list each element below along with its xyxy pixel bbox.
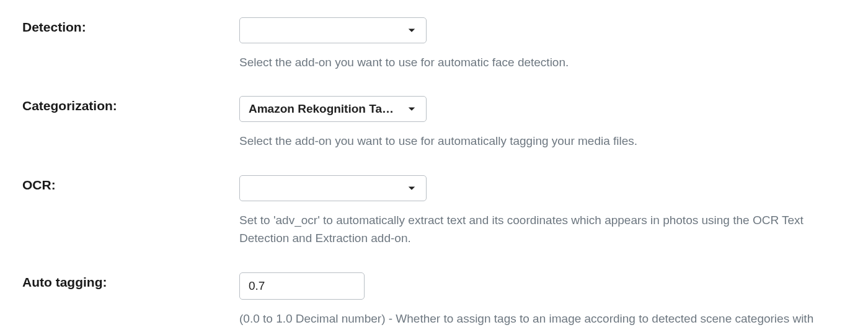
auto-tagging-label: Auto tagging: [22, 275, 107, 289]
auto-tagging-input[interactable] [239, 272, 365, 300]
detection-row: Detection: Select the add-on you want to… [22, 17, 846, 71]
field-col: Set to 'adv_ocr' to automatically extrac… [239, 175, 846, 248]
field-col: Amazon Rekognition Taggi... Select the a… [239, 96, 846, 150]
label-col: Auto tagging: [22, 272, 239, 290]
detection-help: Select the add-on you want to use for au… [239, 53, 816, 71]
label-col: Categorization: [22, 96, 239, 113]
categorization-row: Categorization: Amazon Rekognition Taggi… [22, 96, 846, 150]
auto-tagging-help: (0.0 to 1.0 Decimal number) - Whether to… [239, 310, 816, 330]
ocr-help: Set to 'adv_ocr' to automatically extrac… [239, 211, 816, 248]
chevron-down-icon [406, 183, 417, 194]
detection-label: Detection: [22, 20, 86, 34]
detection-select[interactable] [239, 17, 427, 43]
ocr-select[interactable] [239, 175, 427, 201]
field-col: Select the add-on you want to use for au… [239, 17, 846, 71]
categorization-select-value: Amazon Rekognition Taggi... [249, 102, 417, 116]
ocr-row: OCR: Set to 'adv_ocr' to automatically e… [22, 175, 846, 248]
categorization-select[interactable]: Amazon Rekognition Taggi... [239, 96, 427, 122]
settings-form: Detection: Select the add-on you want to… [0, 0, 868, 330]
categorization-label: Categorization: [22, 98, 117, 113]
label-col: Detection: [22, 17, 239, 35]
field-col: (0.0 to 1.0 Decimal number) - Whether to… [239, 272, 846, 330]
auto-tagging-row: Auto tagging: (0.0 to 1.0 Decimal number… [22, 272, 846, 330]
ocr-label: OCR: [22, 178, 56, 192]
label-col: OCR: [22, 175, 239, 193]
chevron-down-icon [406, 25, 417, 36]
categorization-help: Select the add-on you want to use for au… [239, 132, 816, 150]
